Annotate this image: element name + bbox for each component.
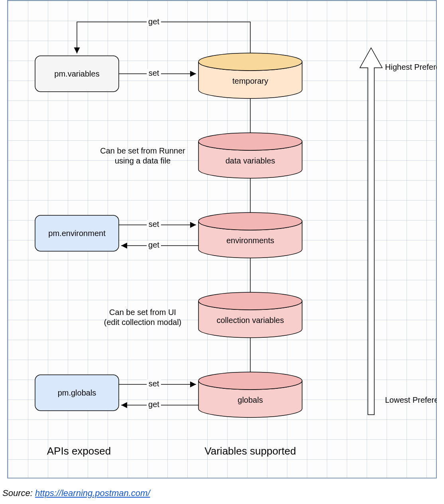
edge-globals-get: get — [121, 400, 198, 409]
box-pm-globals: pm.globals — [35, 375, 119, 411]
box-pm-environment: pm.environment — [35, 215, 119, 251]
source-prefix: Source: — [2, 488, 35, 498]
svg-point-2 — [198, 213, 302, 230]
cylinder-environments-label: environments — [226, 236, 274, 245]
svg-text:(edit collection modal): (edit collection modal) — [104, 318, 182, 327]
svg-text:get: get — [148, 400, 159, 409]
source-caption: Source: https://learning.postman.com/ — [2, 488, 150, 498]
box-pm-environment-label: pm.environment — [48, 229, 106, 238]
svg-point-4 — [198, 372, 302, 390]
edge-globals-set: set — [119, 379, 196, 388]
preference-arrow: Highest Preference Lowest Preference — [360, 48, 437, 415]
svg-text:using a data file: using a data file — [115, 156, 171, 165]
svg-point-3 — [198, 292, 302, 310]
preference-high-label: Highest Preference — [385, 63, 437, 71]
cylinder-collection: collection variables — [198, 292, 302, 338]
diagram-svg: temporary data variables environments co… — [7, 0, 437, 478]
column-title-apis: APIs exposed — [47, 445, 111, 457]
cylinder-collection-label: collection variables — [217, 316, 284, 325]
note-data-variables: Can be set from Runner using a data file — [100, 146, 185, 165]
svg-text:get: get — [148, 17, 159, 26]
edge-variables-get: get — [77, 17, 250, 53]
cylinder-temporary-label: temporary — [232, 77, 268, 85]
note-collection-variables: Can be set from UI (edit collection moda… — [104, 308, 182, 327]
box-pm-globals-label: pm.globals — [58, 388, 96, 397]
box-pm-variables-label: pm.variables — [54, 69, 99, 78]
cylinder-globals: globals — [198, 372, 302, 417]
column-title-vars: Variables supported — [204, 445, 296, 457]
svg-point-1 — [198, 133, 302, 150]
svg-text:Can be set from UI: Can be set from UI — [109, 308, 176, 317]
svg-text:set: set — [149, 69, 159, 77]
svg-text:Can be set from Runner: Can be set from Runner — [100, 146, 185, 155]
svg-text:set: set — [149, 220, 159, 228]
cylinder-globals-label: globals — [238, 396, 263, 404]
cylinder-data-label: data variables — [226, 156, 275, 165]
preference-low-label: Lowest Preference — [385, 396, 437, 404]
box-pm-variables: pm.variables — [35, 56, 119, 92]
edge-environment-set: set — [119, 220, 196, 229]
edge-variables-set: set — [119, 69, 196, 78]
svg-text:set: set — [149, 379, 159, 388]
svg-point-0 — [198, 53, 302, 71]
cylinder-temporary: temporary — [198, 53, 302, 98]
source-link[interactable]: https://learning.postman.com/ — [35, 488, 150, 498]
svg-text:get: get — [148, 240, 159, 249]
cylinder-environments: environments — [198, 213, 302, 258]
cylinder-data: data variables — [198, 133, 302, 178]
edge-environment-get: get — [121, 240, 198, 250]
